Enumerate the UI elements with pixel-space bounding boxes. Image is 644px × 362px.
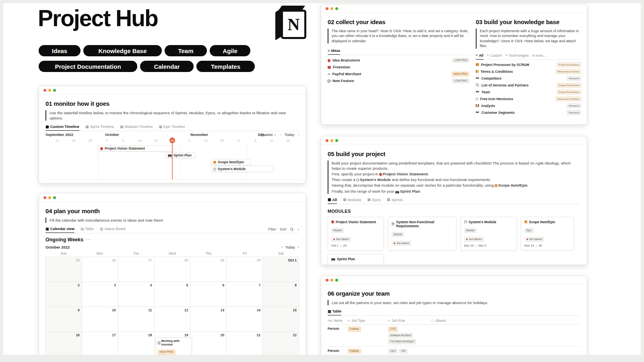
calendar-cell[interactable]: 7 bbox=[227, 282, 263, 307]
column-absent[interactable]: Absent bbox=[431, 319, 580, 323]
search-icon[interactable] bbox=[290, 228, 294, 231]
card-sprint-plan[interactable]: Sprint Plan Sprint Not started Oct 23 → … bbox=[328, 254, 384, 265]
cell-job-type[interactable]: Fulltime bbox=[348, 349, 388, 354]
nav-button-ideas[interactable]: Ideas bbox=[39, 45, 80, 56]
tab-custom-timeline[interactable]: Custom Timeline bbox=[45, 125, 79, 131]
quarter-dropdown[interactable]: Quarter bbox=[261, 133, 276, 137]
zoom-icon[interactable] bbox=[53, 89, 56, 92]
minimize-icon[interactable] bbox=[330, 139, 333, 142]
nav-button-agile[interactable]: Agile bbox=[210, 45, 250, 56]
calendar-cell[interactable]: 14 bbox=[227, 307, 263, 332]
next-icon[interactable] bbox=[298, 133, 299, 137]
minimize-icon[interactable] bbox=[48, 196, 51, 199]
list-item[interactable]: PayPal Merchant HIGH PRIO bbox=[328, 71, 469, 77]
tab-all[interactable]: All bbox=[476, 53, 483, 60]
calendar-cell[interactable]: 6 bbox=[190, 282, 227, 307]
tab-status-board[interactable]: Status Board bbox=[100, 227, 126, 233]
list-item[interactable]: Team Project Procedures bbox=[476, 89, 581, 95]
nav-button-templates[interactable]: Templates bbox=[196, 61, 255, 72]
list-item[interactable]: Project Processes by SCRUM Project Proce… bbox=[476, 62, 581, 68]
list-item[interactable]: List of Services and Partners Project Pr… bbox=[476, 82, 581, 88]
calendar-cell[interactable]: 22 bbox=[263, 332, 299, 357]
timeline-bar-systems-module[interactable]: System's Module bbox=[211, 166, 273, 172]
list-item[interactable]: New Feature LOW PRIO bbox=[328, 78, 469, 84]
tab-sprints[interactable]: Sprints bbox=[387, 198, 403, 204]
calendar-cell[interactable]: 18 bbox=[118, 332, 155, 357]
calendar-cell[interactable]: 11 bbox=[118, 307, 155, 332]
today-button[interactable]: Today bbox=[285, 245, 295, 249]
calendar-cell[interactable]: 17 bbox=[82, 332, 118, 357]
close-icon[interactable] bbox=[326, 7, 328, 10]
calendar-cell[interactable]: 12 bbox=[155, 307, 191, 332]
zoom-icon[interactable] bbox=[53, 196, 56, 199]
expand-icon[interactable] bbox=[296, 227, 300, 231]
calendar-event-meeting[interactable]: Meeting with Investor HIGH PRIO bbox=[156, 337, 192, 356]
filter-button[interactable]: Filter bbox=[268, 227, 276, 231]
calendar-cell[interactable]: 30 bbox=[227, 257, 263, 282]
calendar-cell[interactable]: 26 bbox=[82, 257, 118, 282]
calendar-cell[interactable]: 10 bbox=[82, 307, 118, 332]
table-row[interactable]: Person Fulltime CTO Software Architect F… bbox=[328, 325, 580, 347]
tab-epics[interactable]: Epics bbox=[367, 198, 381, 204]
calendar-cell[interactable]: 8 bbox=[263, 282, 299, 307]
calendar-cell[interactable]: 21 bbox=[227, 332, 263, 357]
more-options-icon[interactable] bbox=[86, 238, 91, 242]
tab-ideas[interactable]: Ideas bbox=[328, 49, 340, 55]
tab-custom[interactable]: Custom bbox=[487, 53, 502, 60]
cell-job-type[interactable]: Fulltime bbox=[348, 327, 388, 332]
nav-button-calendar[interactable]: Calendar bbox=[140, 61, 194, 72]
column-name[interactable]: Name bbox=[328, 319, 348, 323]
calendar-cell[interactable]: 27 bbox=[118, 257, 155, 282]
tab-sprint-timeline[interactable]: Sprint Timeline bbox=[85, 125, 114, 131]
calendar-cell[interactable]: 9 bbox=[46, 307, 82, 332]
timeline-bar-scope-item[interactable]: Scope Item/Epic bbox=[211, 159, 250, 165]
close-icon[interactable] bbox=[43, 89, 46, 92]
list-item[interactable]: Idea Brainstorm LOW PRIO bbox=[328, 57, 469, 64]
calendar-cell[interactable]: 2 bbox=[46, 282, 82, 307]
tab-table[interactable]: Table bbox=[80, 227, 94, 233]
card-scope-item[interactable]: Scope Item/Epic Epic Not started Nov 14 … bbox=[521, 217, 574, 251]
calendar-cell[interactable]: 29 bbox=[190, 257, 227, 282]
column-job-type[interactable]: Job Type bbox=[348, 319, 388, 323]
next-month-icon[interactable] bbox=[298, 245, 299, 249]
tab-modules[interactable]: Modules bbox=[343, 198, 361, 204]
tab-calendar-view[interactable]: Calendar view bbox=[45, 227, 74, 233]
nav-button-project-documentation[interactable]: Project Documentation bbox=[39, 61, 137, 72]
calendar-cell[interactable]: 15 bbox=[263, 307, 299, 332]
calendar-cell[interactable]: Oct 1 bbox=[263, 257, 299, 282]
close-icon[interactable] bbox=[326, 279, 328, 282]
zoom-icon[interactable] bbox=[335, 139, 338, 142]
timeline-bar-sprint-plan[interactable]: Sprint Plan bbox=[165, 152, 195, 158]
close-icon[interactable] bbox=[326, 139, 328, 142]
minimize-icon[interactable] bbox=[48, 89, 51, 92]
card-non-functional[interactable]: System Non-Functional Requirements Modul… bbox=[388, 217, 456, 251]
zoom-icon[interactable] bbox=[335, 279, 338, 282]
prev-icon[interactable] bbox=[280, 133, 281, 137]
calendar-cell[interactable]: 25 bbox=[46, 257, 82, 282]
sort-button[interactable]: Sort bbox=[280, 227, 287, 231]
column-job-role[interactable]: Job Role bbox=[388, 319, 431, 323]
list-item[interactable]: Terms & Conditions Resources & Assets bbox=[476, 68, 581, 75]
prev-month-icon[interactable] bbox=[281, 245, 283, 249]
cell-name[interactable]: Person bbox=[328, 327, 348, 331]
list-item[interactable]: Freemium bbox=[328, 64, 469, 70]
tab-epic-timeline[interactable]: Epic Timeline bbox=[159, 125, 185, 131]
nav-button-knowledge-base[interactable]: Knowledge Base bbox=[83, 45, 162, 56]
tab-modules-timeline[interactable]: Modules Timeline bbox=[120, 125, 153, 131]
tab-technologies[interactable]: Technologies bbox=[506, 53, 529, 60]
minimize-icon[interactable] bbox=[330, 279, 333, 282]
calendar-cell[interactable]: 4 bbox=[118, 282, 155, 307]
calendar-cell[interactable]: 28 bbox=[155, 257, 191, 282]
timeline-bar-project-vision[interactable]: Project Vision Statement bbox=[98, 145, 173, 152]
calendar-cell[interactable]: 5 bbox=[155, 282, 191, 307]
cell-job-role[interactable]: CEO PM bbox=[388, 349, 431, 354]
calendar-cell[interactable]: 13 bbox=[190, 307, 227, 332]
cell-job-role[interactable]: CTO Software Architect Full Stack Develo… bbox=[388, 327, 431, 344]
list-item[interactable]: Competitors Research bbox=[476, 75, 581, 82]
today-button[interactable]: Today bbox=[285, 133, 294, 137]
cell-name[interactable]: Person bbox=[328, 349, 348, 353]
close-icon[interactable] bbox=[43, 196, 46, 199]
card-project-vision[interactable]: Project Vision Statement Module Not star… bbox=[328, 217, 384, 251]
calendar-cell[interactable]: 20 bbox=[190, 332, 227, 357]
zoom-icon[interactable] bbox=[335, 7, 338, 10]
